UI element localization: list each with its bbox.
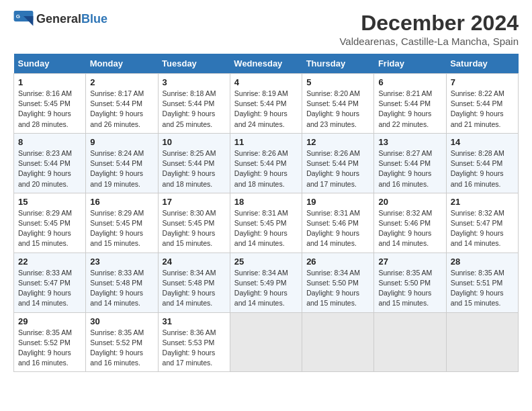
day-detail: Sunrise: 8:27 AM Sunset: 5:44 PM Dayligh… xyxy=(378,148,441,189)
calendar-cell: 10 Sunrise: 8:25 AM Sunset: 5:44 PM Dayl… xyxy=(158,133,230,193)
header-wednesday: Wednesday xyxy=(230,54,302,74)
day-number: 29 xyxy=(18,316,81,326)
calendar-cell: 29 Sunrise: 8:35 AM Sunset: 5:52 PM Dayl… xyxy=(14,312,86,372)
calendar: Sunday Monday Tuesday Wednesday Thursday… xyxy=(13,54,519,372)
day-detail: Sunrise: 8:33 AM Sunset: 5:47 PM Dayligh… xyxy=(18,268,81,309)
calendar-cell: 18 Sunrise: 8:31 AM Sunset: 5:45 PM Dayl… xyxy=(230,193,302,253)
day-detail: Sunrise: 8:23 AM Sunset: 5:44 PM Dayligh… xyxy=(18,148,81,189)
day-detail: Sunrise: 8:28 AM Sunset: 5:44 PM Dayligh… xyxy=(451,148,514,189)
day-number: 30 xyxy=(90,316,153,326)
day-detail: Sunrise: 8:31 AM Sunset: 5:45 PM Dayligh… xyxy=(234,208,298,249)
day-detail: Sunrise: 8:34 AM Sunset: 5:48 PM Dayligh… xyxy=(163,268,226,309)
day-detail: Sunrise: 8:25 AM Sunset: 5:44 PM Dayligh… xyxy=(163,148,226,189)
day-number: 25 xyxy=(234,257,298,267)
day-number: 15 xyxy=(18,197,81,207)
calendar-cell: 24 Sunrise: 8:34 AM Sunset: 5:48 PM Dayl… xyxy=(158,253,230,312)
logo: G GeneralBlue xyxy=(13,11,107,27)
calendar-cell: 22 Sunrise: 8:33 AM Sunset: 5:47 PM Dayl… xyxy=(14,253,86,312)
day-number: 9 xyxy=(90,137,153,147)
calendar-cell: 16 Sunrise: 8:29 AM Sunset: 5:45 PM Dayl… xyxy=(86,193,158,253)
day-number: 1 xyxy=(18,77,81,87)
calendar-cell: 8 Sunrise: 8:23 AM Sunset: 5:44 PM Dayli… xyxy=(14,133,86,193)
calendar-cell: 11 Sunrise: 8:26 AM Sunset: 5:44 PM Dayl… xyxy=(230,133,302,193)
day-detail: Sunrise: 8:18 AM Sunset: 5:44 PM Dayligh… xyxy=(163,89,226,130)
header-sunday: Sunday xyxy=(14,54,86,74)
day-detail: Sunrise: 8:35 AM Sunset: 5:51 PM Dayligh… xyxy=(451,268,514,309)
calendar-cell: 6 Sunrise: 8:21 AM Sunset: 5:44 PM Dayli… xyxy=(374,74,446,134)
sub-title: Valdearenas, Castille-La Mancha, Spain xyxy=(339,36,519,47)
calendar-cell: 12 Sunrise: 8:26 AM Sunset: 5:44 PM Dayl… xyxy=(302,133,374,193)
day-number: 26 xyxy=(306,257,369,267)
day-detail: Sunrise: 8:33 AM Sunset: 5:48 PM Dayligh… xyxy=(90,268,153,309)
day-number: 20 xyxy=(378,197,441,207)
calendar-cell xyxy=(302,312,374,372)
day-detail: Sunrise: 8:34 AM Sunset: 5:50 PM Dayligh… xyxy=(306,268,369,309)
day-number: 31 xyxy=(163,316,226,326)
calendar-cell: 19 Sunrise: 8:31 AM Sunset: 5:46 PM Dayl… xyxy=(302,193,374,253)
calendar-row: 22 Sunrise: 8:33 AM Sunset: 5:47 PM Dayl… xyxy=(14,253,519,312)
day-number: 22 xyxy=(18,257,81,267)
main-title: December 2024 xyxy=(339,11,519,36)
calendar-cell: 3 Sunrise: 8:18 AM Sunset: 5:44 PM Dayli… xyxy=(158,74,230,134)
day-number: 13 xyxy=(378,137,441,147)
calendar-cell: 28 Sunrise: 8:35 AM Sunset: 5:51 PM Dayl… xyxy=(446,253,518,312)
calendar-cell: 27 Sunrise: 8:35 AM Sunset: 5:50 PM Dayl… xyxy=(374,253,446,312)
calendar-row: 1 Sunrise: 8:16 AM Sunset: 5:45 PM Dayli… xyxy=(14,74,519,134)
day-number: 23 xyxy=(90,257,153,267)
day-detail: Sunrise: 8:29 AM Sunset: 5:45 PM Dayligh… xyxy=(90,208,153,249)
day-number: 7 xyxy=(451,77,514,87)
logo-icon: G xyxy=(13,11,34,27)
calendar-cell: 17 Sunrise: 8:30 AM Sunset: 5:45 PM Dayl… xyxy=(158,193,230,253)
day-number: 4 xyxy=(234,77,298,87)
logo-blue: Blue xyxy=(81,12,107,26)
calendar-cell: 1 Sunrise: 8:16 AM Sunset: 5:45 PM Dayli… xyxy=(14,74,86,134)
header-tuesday: Tuesday xyxy=(158,54,230,74)
calendar-cell: 25 Sunrise: 8:34 AM Sunset: 5:49 PM Dayl… xyxy=(230,253,302,312)
calendar-cell xyxy=(230,312,302,372)
title-area: December 2024 Valdearenas, Castille-La M… xyxy=(339,11,519,47)
day-detail: Sunrise: 8:36 AM Sunset: 5:53 PM Dayligh… xyxy=(163,328,226,369)
day-detail: Sunrise: 8:32 AM Sunset: 5:46 PM Dayligh… xyxy=(378,208,441,249)
day-number: 11 xyxy=(234,137,298,147)
calendar-cell: 13 Sunrise: 8:27 AM Sunset: 5:44 PM Dayl… xyxy=(374,133,446,193)
calendar-cell: 2 Sunrise: 8:17 AM Sunset: 5:44 PM Dayli… xyxy=(86,74,158,134)
day-detail: Sunrise: 8:20 AM Sunset: 5:44 PM Dayligh… xyxy=(306,89,369,130)
day-number: 21 xyxy=(451,197,514,207)
day-number: 10 xyxy=(163,137,226,147)
svg-text:G: G xyxy=(16,13,20,19)
calendar-cell: 5 Sunrise: 8:20 AM Sunset: 5:44 PM Dayli… xyxy=(302,74,374,134)
day-detail: Sunrise: 8:17 AM Sunset: 5:44 PM Dayligh… xyxy=(90,89,153,130)
calendar-cell: 14 Sunrise: 8:28 AM Sunset: 5:44 PM Dayl… xyxy=(446,133,518,193)
day-number: 12 xyxy=(306,137,369,147)
calendar-row: 15 Sunrise: 8:29 AM Sunset: 5:45 PM Dayl… xyxy=(14,193,519,253)
calendar-cell: 31 Sunrise: 8:36 AM Sunset: 5:53 PM Dayl… xyxy=(158,312,230,372)
calendar-cell: 4 Sunrise: 8:19 AM Sunset: 5:44 PM Dayli… xyxy=(230,74,302,134)
header: G GeneralBlue December 2024 Valdearenas,… xyxy=(13,11,519,47)
calendar-cell: 9 Sunrise: 8:24 AM Sunset: 5:44 PM Dayli… xyxy=(86,133,158,193)
day-detail: Sunrise: 8:16 AM Sunset: 5:45 PM Dayligh… xyxy=(18,89,81,130)
day-detail: Sunrise: 8:35 AM Sunset: 5:52 PM Dayligh… xyxy=(18,328,81,369)
day-detail: Sunrise: 8:30 AM Sunset: 5:45 PM Dayligh… xyxy=(163,208,226,249)
day-number: 2 xyxy=(90,77,153,87)
calendar-row: 8 Sunrise: 8:23 AM Sunset: 5:44 PM Dayli… xyxy=(14,133,519,193)
calendar-cell: 23 Sunrise: 8:33 AM Sunset: 5:48 PM Dayl… xyxy=(86,253,158,312)
day-number: 5 xyxy=(306,77,369,87)
day-detail: Sunrise: 8:35 AM Sunset: 5:52 PM Dayligh… xyxy=(90,328,153,369)
calendar-cell xyxy=(446,312,518,372)
day-number: 16 xyxy=(90,197,153,207)
calendar-cell: 30 Sunrise: 8:35 AM Sunset: 5:52 PM Dayl… xyxy=(86,312,158,372)
day-detail: Sunrise: 8:21 AM Sunset: 5:44 PM Dayligh… xyxy=(378,89,441,130)
day-number: 14 xyxy=(451,137,514,147)
calendar-row: 29 Sunrise: 8:35 AM Sunset: 5:52 PM Dayl… xyxy=(14,312,519,372)
calendar-cell: 20 Sunrise: 8:32 AM Sunset: 5:46 PM Dayl… xyxy=(374,193,446,253)
day-detail: Sunrise: 8:31 AM Sunset: 5:46 PM Dayligh… xyxy=(306,208,369,249)
day-detail: Sunrise: 8:26 AM Sunset: 5:44 PM Dayligh… xyxy=(306,148,369,189)
day-detail: Sunrise: 8:26 AM Sunset: 5:44 PM Dayligh… xyxy=(234,148,298,189)
day-detail: Sunrise: 8:34 AM Sunset: 5:49 PM Dayligh… xyxy=(234,268,298,309)
day-detail: Sunrise: 8:24 AM Sunset: 5:44 PM Dayligh… xyxy=(90,148,153,189)
day-detail: Sunrise: 8:32 AM Sunset: 5:47 PM Dayligh… xyxy=(451,208,514,249)
calendar-cell: 7 Sunrise: 8:22 AM Sunset: 5:44 PM Dayli… xyxy=(446,74,518,134)
header-saturday: Saturday xyxy=(446,54,518,74)
calendar-cell: 21 Sunrise: 8:32 AM Sunset: 5:47 PM Dayl… xyxy=(446,193,518,253)
logo-general: General xyxy=(36,12,81,26)
